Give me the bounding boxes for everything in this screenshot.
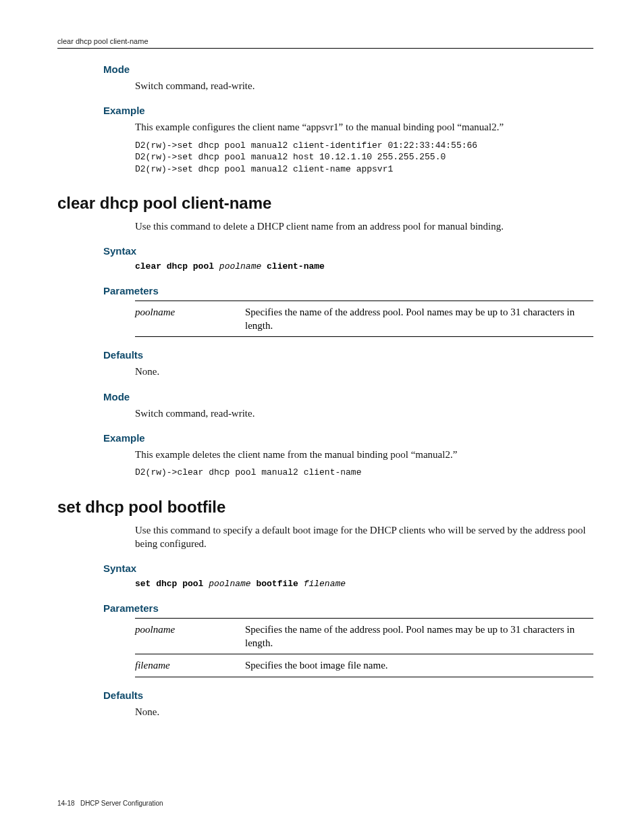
heading-defaults: Defaults xyxy=(103,689,593,701)
param-desc: Specifies the name of the address pool. … xyxy=(245,301,593,337)
heading-defaults: Defaults xyxy=(103,349,593,361)
mode-text: Switch command, read-write. xyxy=(135,407,593,420)
heading-example: Example xyxy=(103,432,593,444)
command-title: set dhcp pool bootfile xyxy=(57,498,593,517)
table-row: filename Specifies the boot image file n… xyxy=(135,654,593,677)
heading-example: Example xyxy=(103,105,593,116)
syntax-var: poolname xyxy=(219,261,261,271)
page: clear dhcp pool client-name Mode Switch … xyxy=(0,0,644,834)
heading-parameters: Parameters xyxy=(103,602,593,614)
heading-mode: Mode xyxy=(103,391,593,402)
syntax-kw: set dhcp pool xyxy=(135,579,209,589)
syntax-kw: clear dhcp pool xyxy=(135,261,219,271)
param-desc: Specifies the boot image file name. xyxy=(245,654,593,677)
command-title: clear dhcp pool client-name xyxy=(57,194,593,213)
running-head: clear dhcp pool client-name xyxy=(57,37,593,49)
param-name: poolname xyxy=(135,618,245,654)
defaults-text: None. xyxy=(135,705,593,719)
command-intro: Use this command to delete a DHCP client… xyxy=(135,219,593,233)
page-footer: 14-18 DHCP Server Configuration xyxy=(57,800,163,807)
syntax-var: poolname xyxy=(209,579,250,589)
parameters-table: poolname Specifies the name of the addre… xyxy=(135,301,593,338)
heading-parameters: Parameters xyxy=(103,285,593,296)
example-code: D2(rw)->clear dhcp pool manual2 client-n… xyxy=(135,467,593,479)
syntax-kw: client-name xyxy=(261,261,325,271)
syntax-line: set dhcp pool poolname bootfile filename xyxy=(135,578,593,590)
heading-syntax: Syntax xyxy=(103,245,593,257)
syntax-line: clear dhcp pool poolname client-name xyxy=(135,261,593,273)
syntax-var: filename xyxy=(304,579,346,589)
heading-mode: Mode xyxy=(103,63,593,75)
table-row: poolname Specifies the name of the addre… xyxy=(135,618,593,654)
defaults-text: None. xyxy=(135,365,593,378)
example-text: This example deletes the client name fro… xyxy=(135,448,593,461)
table-row: poolname Specifies the name of the addre… xyxy=(135,301,593,337)
chapter-name: DHCP Server Configuration xyxy=(80,800,163,807)
command-intro: Use this command to specify a default bo… xyxy=(135,523,593,551)
mode-text: Switch command, read-write. xyxy=(135,79,593,93)
page-number: 14-18 xyxy=(57,800,75,807)
parameters-table: poolname Specifies the name of the addre… xyxy=(135,618,593,677)
param-name: poolname xyxy=(135,301,245,337)
param-name: filename xyxy=(135,654,245,677)
heading-syntax: Syntax xyxy=(103,563,593,574)
param-desc: Specifies the name of the address pool. … xyxy=(245,618,593,654)
example-text: This example configures the client name … xyxy=(135,120,593,134)
syntax-kw: bootfile xyxy=(251,579,304,589)
example-code: D2(rw)->set dhcp pool manual2 client-ide… xyxy=(135,140,593,176)
